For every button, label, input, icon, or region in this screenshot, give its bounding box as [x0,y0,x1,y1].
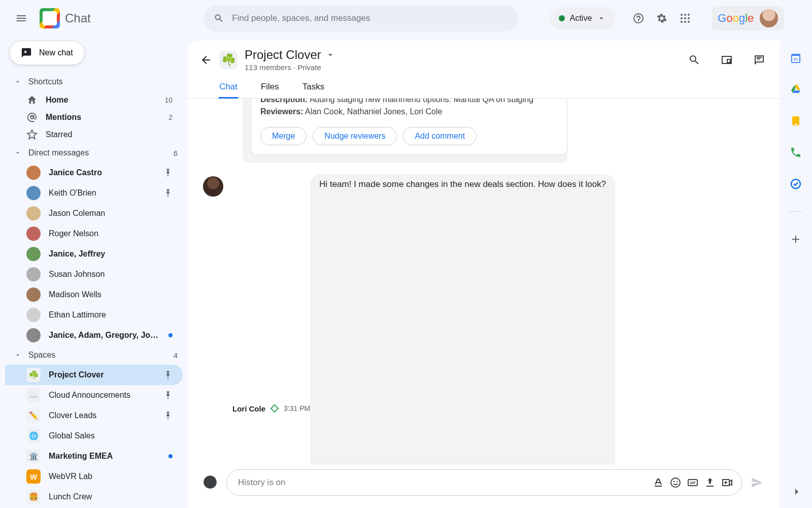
gear-icon [656,12,668,24]
main-menu-button[interactable] [9,6,33,30]
space-label: Lunch Crew [49,492,173,501]
presence-status-chip[interactable]: Active [550,7,616,29]
gif-button[interactable]: GIF [687,477,699,489]
help-button[interactable] [632,12,645,24]
merge-button[interactable]: Merge [260,127,307,145]
integration-card: Description: Adding staging new mainmenu… [243,99,567,163]
dm-item[interactable]: Janice Castro [5,163,183,183]
home-icon [26,94,38,106]
nav-home[interactable]: Home 10 [5,91,183,109]
svg-point-5 [688,17,690,19]
side-panel-rail: 31 [780,37,812,508]
send-button[interactable] [750,475,764,490]
add-attachment-button[interactable] [203,475,218,490]
svg-point-11 [673,481,675,483]
chevron-right-icon [791,486,803,498]
calendar-addon[interactable]: 31 [790,52,802,64]
settings-button[interactable] [656,12,668,24]
chevron-down-icon [325,50,335,60]
message-time: 3:31 PM [284,404,310,412]
space-item[interactable]: ✏️Clover Leads [5,405,183,426]
get-addons[interactable] [790,233,802,245]
section-spaces[interactable]: Spaces 4 [5,345,188,365]
composer-input[interactable] [238,478,647,488]
svg-point-1 [684,14,686,16]
help-icon [632,12,645,24]
svg-point-6 [681,21,683,23]
upload-button[interactable] [704,477,716,489]
video-button[interactable] [721,477,733,489]
voice-addon[interactable] [790,146,802,158]
account-chip[interactable]: Google [712,6,784,30]
send-icon [750,475,764,490]
chat-logo[interactable]: Chat [40,8,91,28]
nav-mentions[interactable]: Mentions 2 [5,109,183,126]
search-icon [214,13,224,24]
dm-item[interactable]: Keith O'Brien [5,183,183,203]
dm-item[interactable]: Janice, Jeffrey [5,244,183,264]
phone-icon [790,146,802,158]
collapse-rail-button[interactable] [791,486,803,500]
space-tabs: Chat Files Tasks [188,72,780,99]
user-avatar[interactable] [760,9,778,27]
space-title-button[interactable]: Project Clover [245,48,335,62]
dm-item[interactable]: Ethan Lattimore [5,305,183,325]
caret-down-icon [14,352,21,359]
space-item[interactable]: ☘️Project Clover [5,365,183,385]
dm-avatar [26,267,41,281]
conversation-panel: ☘️ Project Clover 113 members · Private … [188,41,780,508]
svg-point-2 [688,14,690,16]
thread-panel-button[interactable] [753,54,765,66]
section-direct-messages[interactable]: Direct messages 6 [5,143,188,163]
space-avatar: 🍔 [26,490,41,504]
dm-avatar [26,247,41,261]
dm-avatar [26,227,41,241]
apps-launcher-button[interactable] [679,12,691,24]
dm-item[interactable]: Susan Johnson [5,264,183,284]
format-button[interactable] [652,477,664,489]
space-item[interactable]: 🌐Global Sales [5,426,183,446]
pin-icon [163,391,173,400]
drive-addon[interactable] [790,83,802,96]
dm-label: Susan Johnson [49,270,173,279]
dm-item[interactable]: Jason Coleman [5,203,183,224]
space-item[interactable]: 🍔Lunch Crew [5,487,183,507]
dm-item[interactable]: Roger Nelson [5,224,183,244]
new-chat-button[interactable]: New chat [9,41,85,65]
dm-label: Roger Nelson [49,229,173,238]
emoji-icon [669,477,682,489]
space-item[interactable]: ☁️Cloud Announcements [5,385,183,405]
add-comment-button[interactable]: Add comment [403,127,477,145]
tab-chat[interactable]: Chat [218,78,239,98]
thread-icon [753,54,765,66]
space-item[interactable]: WWebVR Lab [5,466,183,487]
space-item[interactable]: 🏛️Marketing EMEA [5,446,183,466]
plus-icon [790,233,802,245]
space-label: Cloud Announcements [49,391,155,400]
space-avatar: ☘️ [219,51,238,69]
keep-addon[interactable] [790,115,802,127]
search-in-space-button[interactable] [688,54,700,66]
message-avatar[interactable] [203,176,223,197]
check-circle-icon [790,178,802,190]
message-composer[interactable]: GIF [226,469,742,496]
svg-point-7 [684,21,686,23]
pin-icon [163,168,173,177]
search-input[interactable] [232,13,507,23]
dm-item[interactable]: Janice, Adam, Gregory, Jos… [5,325,183,345]
tab-files[interactable]: Files [260,78,280,98]
emoji-button[interactable] [669,477,682,489]
tasks-addon2[interactable] [790,178,802,190]
message-list[interactable]: Description: Adding staging new mainmenu… [188,99,780,464]
nav-starred[interactable]: Starred [5,126,183,143]
svg-text:31: 31 [794,57,798,61]
card-description: Description: Adding staging new mainmenu… [260,99,558,106]
back-button[interactable] [200,54,212,66]
dm-item[interactable]: Madison Wells [5,284,183,305]
nudge-reviewers-button[interactable]: Nudge reviewers [313,127,397,145]
tab-tasks[interactable]: Tasks [301,78,325,98]
picture-in-picture-button[interactable] [721,54,733,66]
section-shortcuts[interactable]: Shortcuts [5,72,188,91]
search-bar[interactable] [204,5,518,31]
chat-logo-icon [40,8,60,28]
